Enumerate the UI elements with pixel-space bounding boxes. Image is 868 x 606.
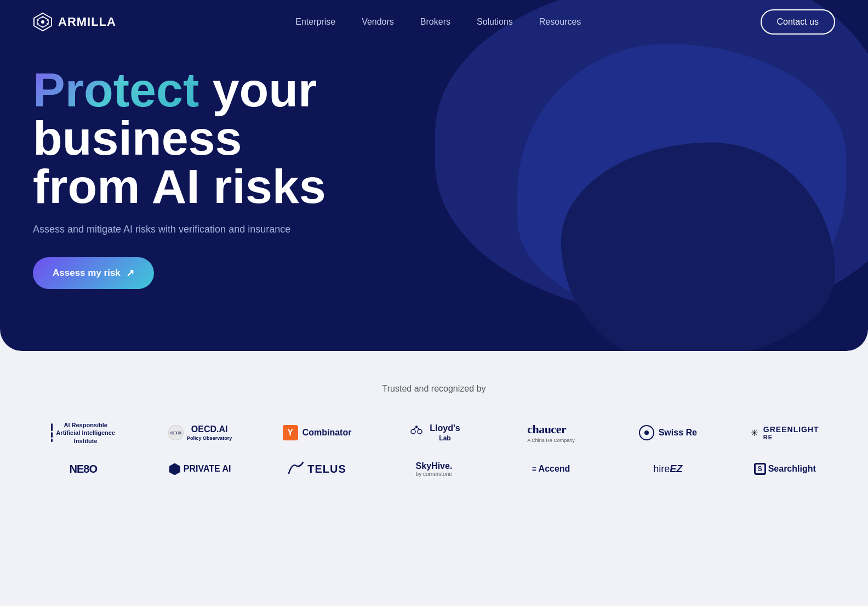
logo-swissre: Swiss Re bbox=[618, 425, 718, 440]
svg-point-2 bbox=[41, 20, 44, 24]
nav-item-vendors[interactable]: Vendors bbox=[362, 17, 394, 27]
skyhive-sub: by cornerstone bbox=[416, 471, 453, 477]
hero-title-highlight: Protect bbox=[33, 63, 199, 117]
telus-icon bbox=[288, 461, 304, 477]
svg-point-15 bbox=[415, 426, 418, 428]
svg-point-11 bbox=[411, 429, 415, 434]
logo-oecd: OECD OECD.AI Policy Observatory bbox=[150, 424, 250, 441]
chaucer-label: chaucer bbox=[527, 422, 575, 437]
nav-item-resources[interactable]: Resources bbox=[539, 17, 581, 27]
hero-title: Protect your business from AI risks bbox=[33, 66, 340, 211]
logo-accend: ≡ Accend bbox=[501, 463, 601, 475]
navbar: ARMILLA Enterprise Vendors Brokers Solut… bbox=[0, 0, 868, 44]
blob-dark bbox=[561, 143, 835, 351]
logo-chaucer: chaucer A China Re Company bbox=[501, 422, 601, 443]
lloyds-icon bbox=[408, 423, 425, 443]
skyhive-label: SkyHive. bbox=[416, 461, 453, 471]
telus-label: TELUS bbox=[307, 462, 346, 476]
searchlight-icon: S bbox=[754, 463, 766, 475]
ycomb-label: Combinator bbox=[302, 427, 352, 439]
lloyds-label: Lloyd's bbox=[430, 423, 460, 434]
logo[interactable]: ARMILLA bbox=[33, 12, 116, 32]
assess-risk-button[interactable]: Assess my risk ↗ bbox=[33, 257, 154, 289]
hireez-label: hireEZ bbox=[653, 463, 682, 475]
trusted-title: Trusted and recognized by bbox=[33, 384, 835, 394]
logo-ycombinator: Y Combinator bbox=[267, 425, 367, 440]
hero-subtitle: Assess and mitigate AI risks with verifi… bbox=[33, 224, 340, 235]
logo-searchlight: S Searchlight bbox=[735, 463, 835, 475]
logo-skyhive: SkyHive. by cornerstone bbox=[384, 461, 484, 477]
ycomb-icon: Y bbox=[283, 425, 298, 440]
logos-row-1: AI ResponsibleArtificial IntelligenceIns… bbox=[33, 421, 835, 445]
blob-main bbox=[435, 0, 868, 318]
blob-secondary bbox=[517, 44, 846, 318]
rai-icon bbox=[51, 423, 53, 442]
swissre-icon bbox=[639, 425, 654, 440]
oecd-label: OECD.AI bbox=[187, 424, 232, 435]
logo-one80: NE8O bbox=[33, 463, 133, 475]
searchlight-label: Searchlight bbox=[768, 463, 816, 475]
cta-arrow-icon: ↗ bbox=[126, 267, 134, 279]
logo-rai: AI ResponsibleArtificial IntelligenceIns… bbox=[33, 421, 133, 445]
logo-lloyds: Lloyd's Lab bbox=[384, 423, 484, 443]
greenlight-icon: ✳ bbox=[751, 428, 758, 438]
one80-label: NE8O bbox=[69, 463, 96, 475]
hero-title-line3: from AI risks bbox=[33, 159, 326, 213]
svg-point-12 bbox=[418, 429, 422, 434]
hero-title-rest: your bbox=[199, 63, 317, 117]
hero-section: ARMILLA Enterprise Vendors Brokers Solut… bbox=[0, 0, 868, 351]
logo-greenlight: ✳ GREENLIGHT RE bbox=[735, 425, 835, 440]
contact-us-button[interactable]: Contact us bbox=[761, 9, 835, 35]
nav-item-enterprise[interactable]: Enterprise bbox=[295, 17, 335, 27]
swissre-label: Swiss Re bbox=[659, 427, 697, 439]
logos-row-2: NE8O PRIVATE AI TELUS SkyHive. bbox=[33, 461, 835, 477]
nav-links: Enterprise Vendors Brokers Solutions Res… bbox=[295, 17, 581, 27]
logo-icon bbox=[33, 12, 53, 32]
oecd-icon: OECD bbox=[168, 425, 184, 440]
rai-label: AI ResponsibleArtificial IntelligenceIns… bbox=[56, 421, 115, 445]
hero-title-line2: business bbox=[33, 111, 242, 165]
nav-item-solutions[interactable]: Solutions bbox=[477, 17, 513, 27]
hero-content: Protect your business from AI risks Asse… bbox=[0, 0, 373, 322]
nav-item-brokers[interactable]: Brokers bbox=[420, 17, 450, 27]
logo-hireez: hireEZ bbox=[618, 463, 718, 475]
svg-text:OECD: OECD bbox=[170, 431, 181, 435]
accend-icon: ≡ bbox=[532, 465, 536, 473]
privateai-label: PRIVATE AI bbox=[184, 463, 231, 475]
accend-label: Accend bbox=[539, 463, 570, 475]
chaucer-sub: A China Re Company bbox=[527, 438, 575, 443]
privateai-icon bbox=[169, 463, 180, 475]
greenlight-label: GREENLIGHT bbox=[763, 425, 819, 434]
logo-telus: TELUS bbox=[267, 461, 367, 477]
trusted-section: Trusted and recognized by AI Responsible… bbox=[0, 351, 868, 516]
logo-privateai: PRIVATE AI bbox=[150, 463, 250, 475]
cta-label: Assess my risk bbox=[53, 268, 121, 279]
